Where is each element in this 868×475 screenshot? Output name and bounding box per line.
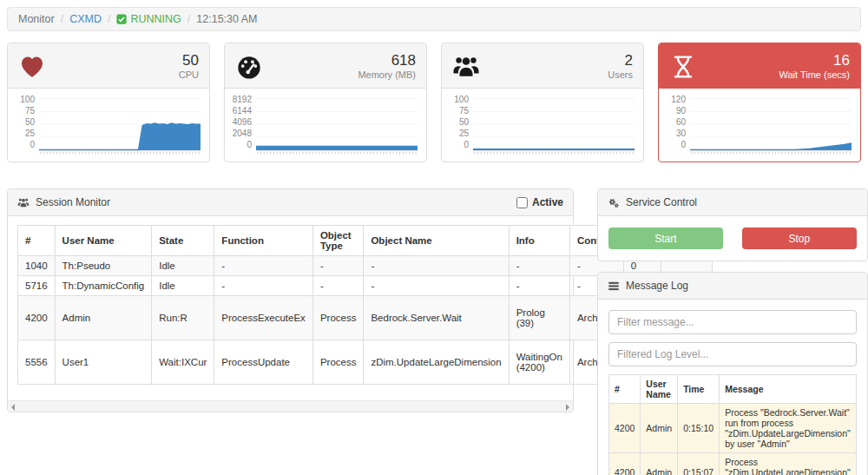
session-id: 4200: [18, 296, 56, 340]
cogs-icon: [608, 197, 620, 208]
metric-sparkline-area: 1007550250: [8, 89, 209, 162]
sparkline-y-axis: 1209060300: [662, 93, 690, 160]
metric-label: Users: [608, 69, 633, 81]
message-row: 4200Admin0:15:07Process "zDim.UpdateLarg…: [609, 453, 857, 475]
session-id: 1040: [18, 256, 56, 276]
server-time: 12:15:30 AM: [196, 13, 257, 25]
scroll-left-arrow-icon[interactable]: [11, 404, 15, 411]
breadcrumb-server-link[interactable]: CXMD: [69, 13, 102, 25]
start-button[interactable]: Start: [608, 228, 723, 249]
session-user: User1: [55, 340, 152, 385]
session-info: -: [509, 256, 569, 276]
message-user: Admin: [641, 453, 678, 475]
right-column: Service Control Start Stop Message Log #…: [597, 188, 868, 475]
y-tick-label: 120: [662, 95, 686, 104]
users-icon: [17, 197, 30, 208]
heart-icon: [18, 54, 46, 80]
filter-log-level-input[interactable]: [608, 342, 857, 366]
session-column-header: State: [152, 226, 214, 256]
session-user: Th:DynamicConfig: [55, 276, 152, 296]
session-function: ProcessUpdate: [214, 340, 313, 385]
metric-sparkline-area: 1007550250: [442, 89, 643, 162]
metric-label: Memory (MB): [358, 69, 416, 81]
message-log-panel: Message Log #User NameTimeMessage 4200Ad…: [597, 272, 868, 475]
y-tick-label: 4096: [228, 117, 252, 127]
message-column-header: #: [609, 375, 641, 404]
metric-cards: 50 CPU 1007550250 618 Memory (MB) 819261…: [7, 43, 861, 162]
metric-card-header: 16 Wait Time (secs): [659, 43, 860, 89]
users-sparkline: [473, 93, 635, 160]
wait-time-sparkline: [690, 93, 852, 160]
breadcrumb-separator: /: [61, 13, 63, 25]
y-tick-label: 25: [445, 129, 469, 138]
main-content: Session Monitor Active #User NameStateFu…: [7, 188, 861, 475]
session-monitor-panel: Session Monitor Active #User NameStateFu…: [7, 188, 574, 412]
wait-time-card: 16 Wait Time (secs) 1209060300: [658, 43, 861, 162]
sparkline-y-axis: 81926144409620480: [228, 93, 256, 160]
list-icon: [608, 280, 620, 292]
metric-value: 2: [608, 52, 633, 69]
message-text: Process "zDim.UpdateLargeDimension" exec…: [720, 453, 857, 475]
active-checkbox[interactable]: [516, 197, 528, 208]
message-time: 0:15:10: [678, 404, 720, 453]
message-column-header: Time: [678, 375, 720, 404]
session-object-name: -: [364, 256, 509, 276]
metric-value: 16: [779, 52, 851, 69]
y-tick-label: 0: [445, 140, 469, 149]
metric-label: CPU: [179, 69, 199, 81]
sparkline-y-axis: 1007550250: [11, 93, 39, 160]
y-tick-label: 50: [445, 117, 469, 127]
check-square-icon: [116, 14, 127, 24]
message-id: 4200: [609, 453, 641, 475]
y-tick-label: 8192: [228, 95, 252, 104]
message-time: 0:15:07: [678, 453, 720, 475]
metric-sparkline-area: 81926144409620480: [225, 89, 426, 162]
session-info: -: [509, 276, 569, 296]
metric-card-header: 2 Users: [442, 43, 643, 89]
message-row: 4200Admin0:15:10Process "Bedrock.Server.…: [609, 404, 857, 453]
session-user: Admin: [55, 296, 152, 340]
message-id: 4200: [609, 404, 641, 453]
session-state: Idle: [152, 256, 214, 276]
session-column-header: #: [18, 226, 56, 256]
breadcrumb-monitor: Monitor: [18, 13, 55, 25]
filter-message-input[interactable]: [608, 310, 857, 334]
session-function: ProcessExecuteEx: [214, 296, 313, 340]
session-user: Th:Pseudo: [55, 256, 152, 276]
session-object-type: -: [312, 256, 364, 276]
session-object-name: zDim.UpdateLargeDimension: [364, 340, 509, 385]
message-user: Admin: [641, 404, 678, 453]
session-info: WaitingOn (4200): [509, 340, 569, 385]
active-filter: Active: [516, 196, 563, 208]
horizontal-scrollbar[interactable]: [8, 400, 573, 412]
session-object-type: Process: [312, 296, 364, 340]
y-tick-label: 2048: [228, 129, 252, 138]
session-state: Run:R: [152, 296, 214, 340]
message-log-title: Message Log: [626, 280, 688, 292]
users-group-icon: [452, 54, 480, 80]
server-status: RUNNING: [116, 13, 181, 25]
breadcrumb-separator: /: [187, 13, 190, 25]
stop-button[interactable]: Stop: [742, 228, 857, 249]
session-id: 5716: [18, 276, 56, 296]
status-text: RUNNING: [130, 13, 181, 25]
y-tick-label: 75: [445, 106, 469, 115]
session-object-name: Bedrock.Server.Wait: [364, 296, 509, 340]
session-column-header: Object Type: [312, 226, 364, 256]
y-tick-label: 0: [662, 140, 686, 149]
metric-sparkline-area: 1209060300: [659, 89, 860, 162]
users-card: 2 Users 1007550250: [441, 43, 644, 162]
service-control-title: Service Control: [626, 196, 697, 208]
metric-card-header: 618 Memory (MB): [225, 43, 426, 89]
session-column-header: Function: [214, 226, 313, 256]
message-log-table: #User NameTimeMessage 4200Admin0:15:10Pr…: [608, 374, 857, 475]
session-object-name: -: [364, 276, 509, 296]
metric-label: Wait Time (secs): [779, 69, 851, 81]
session-monitor-title: Session Monitor: [36, 196, 110, 208]
session-column-header: User Name: [55, 226, 152, 256]
memory-card: 618 Memory (MB) 81926144409620480: [224, 43, 427, 162]
y-tick-label: 60: [662, 117, 686, 127]
session-function: -: [214, 256, 313, 276]
session-info: Prolog (39): [509, 296, 569, 340]
scroll-right-arrow-icon[interactable]: [566, 404, 569, 411]
